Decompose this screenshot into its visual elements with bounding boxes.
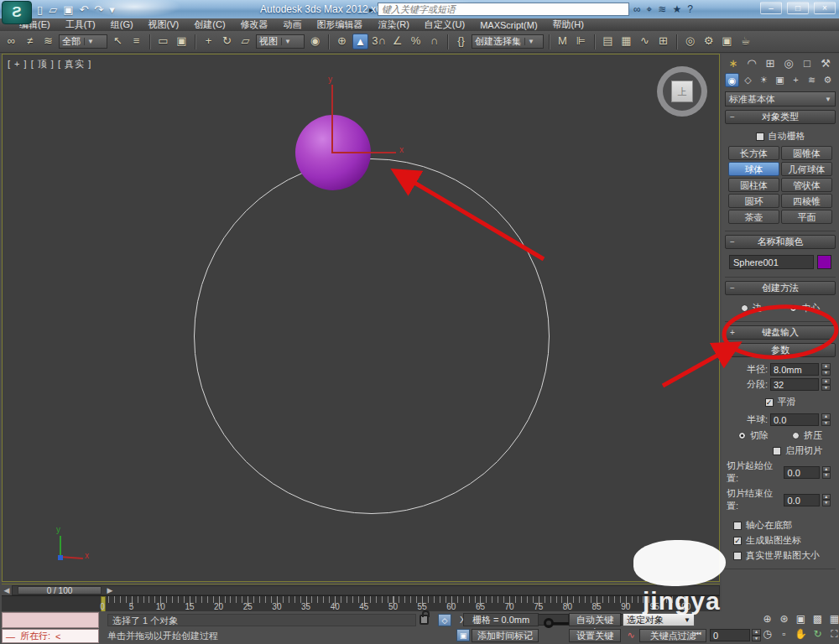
add-time-tag-button[interactable]: 添加时间标记	[472, 629, 539, 642]
subscription-icon[interactable]: ≋	[658, 3, 666, 15]
rollout-name-color-header[interactable]: − 名称和颜色	[725, 235, 836, 249]
quick-access-dropdown-icon[interactable]: ▾	[109, 3, 115, 16]
search-icon[interactable]: ∞	[633, 3, 641, 15]
chop-radio[interactable]	[738, 432, 746, 439]
subtab-lights-icon[interactable]: ☀	[757, 73, 771, 87]
menu-item-7[interactable]: 图形编辑器	[310, 18, 371, 31]
pan-view-icon[interactable]: ✋	[794, 628, 808, 641]
menu-item-3[interactable]: 视图(V)	[141, 18, 187, 31]
window-crossing-icon[interactable]: ▣	[174, 34, 190, 49]
menu-item-2[interactable]: 组(G)	[103, 18, 141, 31]
tab-motion-icon[interactable]: ◎	[780, 55, 797, 71]
mirror-icon[interactable]: M	[555, 34, 571, 49]
maxscript-listener-line[interactable]: — 所在行: <	[2, 629, 99, 643]
maximize-button[interactable]: □	[787, 2, 809, 14]
cone-button[interactable]: 圆锥体	[781, 146, 832, 160]
radius-field[interactable]: 8.0mm	[770, 363, 819, 376]
slice-to-field[interactable]: 0.0	[784, 494, 819, 506]
rollout-keyboard-entry-header[interactable]: + 键盘输入	[725, 325, 836, 340]
menu-item-8[interactable]: 渲染(R)	[371, 18, 417, 31]
unlink-selection-icon[interactable]: ≠	[22, 34, 38, 49]
select-and-manipulate-icon[interactable]: ⊕	[334, 34, 350, 49]
close-button[interactable]: ×	[814, 2, 836, 14]
isolate-selection-icon[interactable]: ▣	[456, 629, 470, 641]
rollout-parameters-header[interactable]: − 参数	[725, 343, 836, 357]
current-frame-field[interactable]: 0	[710, 629, 750, 641]
enable-slice-checkbox[interactable]	[773, 447, 781, 455]
time-slider-prev-icon[interactable]: ◀	[2, 585, 12, 595]
slice-from-spinner[interactable]: ▲▼	[822, 466, 831, 479]
select-object-icon[interactable]: ↖	[110, 34, 126, 49]
default-in-out-tangents-icon[interactable]: ∿	[624, 629, 638, 641]
maxscript-mini-listener[interactable]	[2, 612, 99, 628]
help-icon[interactable]: ?	[687, 3, 693, 15]
track-bar[interactable]: 0510152025303540455055606570758085909510…	[2, 595, 720, 611]
select-and-link-icon[interactable]: ∞	[3, 34, 19, 49]
maximize-viewport-icon[interactable]: ⛶	[827, 628, 839, 641]
sphere-button[interactable]: 球体	[728, 162, 779, 176]
auto-key-button[interactable]: 自动关键点	[569, 613, 621, 626]
time-slider-next-icon[interactable]: ▶	[105, 585, 115, 595]
tab-utilities-icon[interactable]: ⚒	[817, 55, 834, 71]
zoom-all-icon[interactable]: ⊛	[777, 613, 791, 626]
communication-center-icon[interactable]: ⌖	[647, 3, 653, 15]
spinner-snap-icon[interactable]: ∩	[426, 34, 442, 49]
edge-radio[interactable]	[741, 304, 748, 312]
tube-button[interactable]: 管状体	[781, 178, 832, 192]
favorites-icon[interactable]: ★	[672, 3, 681, 15]
named-selection-sets-dropdown[interactable]: 创建选择集▼	[472, 34, 544, 49]
plane-button[interactable]: 平面	[781, 210, 832, 224]
save-file-icon[interactable]: ▣	[63, 3, 73, 16]
slice-from-field[interactable]: 0.0	[784, 466, 819, 479]
select-and-move-icon[interactable]: +	[201, 34, 216, 49]
tab-display-icon[interactable]: □	[799, 55, 816, 71]
reference-coordinate-system-dropdown[interactable]: 视图▼	[256, 34, 305, 49]
zoom-extents-all-icon[interactable]: ▦	[827, 613, 839, 626]
smooth-checkbox[interactable]	[765, 398, 774, 407]
subtab-systems-icon[interactable]: ⚙	[821, 73, 835, 87]
app-logo-button[interactable]: Ƨ	[2, 1, 32, 24]
menu-item-10[interactable]: MAXScript(M)	[472, 20, 545, 30]
torus-button[interactable]: 圆环	[728, 194, 779, 208]
infocenter-search-input[interactable]	[378, 3, 629, 16]
gen-mapping-coords-checkbox[interactable]	[733, 537, 742, 545]
subtab-shapes-icon[interactable]: ◇	[741, 73, 755, 87]
rectangular-selection-region-icon[interactable]: ▭	[155, 34, 171, 49]
percent-snap-icon[interactable]: %	[408, 34, 424, 49]
teapot-button[interactable]: 茶壶	[728, 210, 779, 224]
rollout-creation-method-header[interactable]: − 创建方法	[725, 281, 836, 295]
base-to-pivot-checkbox[interactable]	[733, 522, 742, 530]
set-key-button[interactable]: 设置关键点	[569, 629, 621, 642]
viewcube-top-face[interactable]: 上	[671, 80, 693, 102]
autogrid-checkbox[interactable]	[756, 132, 764, 141]
selection-filter-dropdown[interactable]: 全部▼	[59, 34, 107, 49]
segments-spinner[interactable]: ▲▼	[821, 378, 831, 391]
cylinder-button[interactable]: 圆柱体	[728, 178, 779, 192]
go-to-start-icon[interactable]: ⏮	[695, 630, 701, 639]
viewport-top[interactable]: [ + ] [ 顶 ] [ 真实 ] 上 y x y x	[2, 54, 720, 582]
menu-item-9[interactable]: 自定义(U)	[417, 18, 472, 31]
curve-editor-icon[interactable]: ∿	[637, 34, 653, 49]
zoom-icon[interactable]: ⊕	[760, 613, 774, 626]
infocenter-flyout-icon[interactable]: ▸	[369, 5, 373, 14]
subtab-geometry-icon[interactable]: ◉	[725, 73, 739, 87]
align-icon[interactable]: ⊫	[573, 34, 589, 49]
new-file-icon[interactable]: ▯	[37, 3, 43, 16]
tab-hierarchy-icon[interactable]: ⊞	[762, 55, 779, 71]
select-by-name-icon[interactable]: ≡	[128, 34, 144, 49]
center-radio[interactable]	[789, 304, 797, 312]
subtab-cameras-icon[interactable]: ▣	[773, 73, 787, 87]
menu-item-6[interactable]: 动画	[276, 18, 310, 31]
hemisphere-field[interactable]: 0.0	[770, 413, 819, 426]
absolute-mode-toggle-icon[interactable]: ◇	[438, 614, 451, 626]
material-editor-icon[interactable]: ◎	[682, 34, 698, 49]
menu-item-11[interactable]: 帮助(H)	[545, 18, 591, 31]
select-and-rotate-icon[interactable]: ↻	[219, 34, 235, 49]
real-world-map-checkbox[interactable]	[733, 552, 742, 560]
tab-modify-icon[interactable]: ◠	[743, 55, 760, 71]
angle-snap-icon[interactable]: ∠	[389, 34, 405, 49]
menu-item-1[interactable]: 工具(T)	[58, 18, 103, 31]
tab-create-icon[interactable]: ∗	[725, 55, 742, 71]
time-slider-groove[interactable]: 0 / 100 ▶	[12, 585, 720, 595]
undo-icon[interactable]: ↶	[79, 3, 88, 16]
